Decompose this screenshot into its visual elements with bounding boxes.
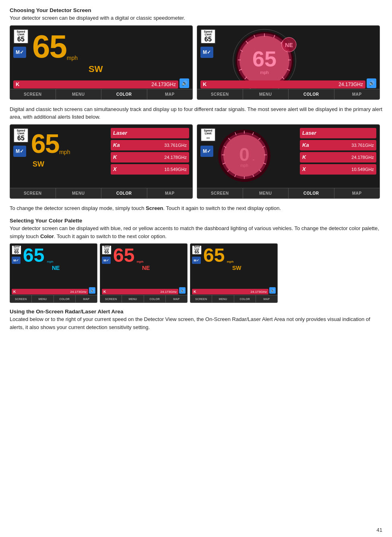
tb-screen-md[interactable]: SCREEN [10,188,56,198]
speed-cyan: 65 mph [23,246,44,265]
page-wrapper: Choosing Your Detector Screen Your detec… [10,7,382,331]
toolbar-screen-digital[interactable]: SCREEN [10,89,56,99]
signal-k-classic: K 24.178GHz [300,152,376,163]
sl-red: SpeedLimit 65 [102,245,111,255]
radar-alert-title: Using the On-Screen Radar/Laser Alert Ar… [10,309,382,315]
toolbar-screen-classic[interactable]: SCREEN [197,89,243,99]
section-touch-info: To change the detector screen display mo… [10,204,382,212]
gauge-multi-classic: 0 mph - [215,127,274,191]
stb-color-r[interactable]: COLOR [144,295,166,302]
freq-red: K 24.173GHz [102,289,178,294]
section1-subtitle: Your detector screen can be displayed wi… [10,14,382,22]
section-color-palette: Selecting Your Color Palette Your detect… [10,218,382,303]
toolbar-map-digital[interactable]: MAP [147,89,193,99]
tb-menu-mc[interactable]: MENU [243,188,289,198]
mute-cyan: 🔊 [89,287,95,294]
speed-yellow: 65 mph [203,246,225,265]
sl-cyan: SpeedLimit 65 [12,245,21,255]
sl-yellow: SpeedLimit 65 [192,245,202,255]
color-palette-para: Your detector screen can be displayed wi… [10,224,382,240]
freq-yellow: K 24.173GHz [192,289,268,294]
multi-screens-row: SpeedLimit 65 M✓ 65 mph SW Laser Ka 33.7 [10,124,382,199]
dir-yellow: SW [232,265,241,271]
classic-toolbar: SCREEN MENU COLOR MAP [197,89,380,99]
mute-icon-classic: 🔊 [367,78,376,88]
stb-menu-y[interactable]: MENU [212,295,234,302]
multi-digital-speed: 65 mph [31,130,59,157]
speed-limit-classic: SpeedLimit 65 [200,29,216,44]
svg-text:mph: mph [260,70,268,75]
toolbar-color-digital[interactable]: COLOR [101,89,147,99]
tb-map-md[interactable]: MAP [147,188,193,198]
mute-yellow: 🔊 [269,287,276,294]
dir-cyan: NE [52,265,60,271]
tb-color-mc[interactable]: COLOR [289,188,334,198]
m-checkmark-multi-classic: M✓ [200,146,213,157]
stb-screen-c[interactable]: SCREEN [10,295,32,302]
m-red: M✓ [102,257,111,264]
touch-screen-para: To change the detector screen display mo… [10,204,382,212]
signal-laser-classic: Laser [300,128,376,138]
multi-classic-screen: SpeedLimit -- M✓ [197,124,380,199]
mute-red: 🔊 [179,287,186,294]
stb-map-y[interactable]: MAP [256,295,277,302]
speed-limit-multi-digital: SpeedLimit 65 [13,128,29,143]
m-checkmark-classic: M✓ [200,47,213,58]
svg-text:mph: mph [240,163,248,168]
toolbar-map-classic[interactable]: MAP [334,89,380,99]
toolbar-menu-digital[interactable]: MENU [56,89,102,99]
svg-text:-: - [252,156,255,164]
palette-red-screen: SpeedLimit 65 M✓ 65 mph NE K 24.173GHz 🔊… [100,243,188,303]
toolbar-yellow: SCREEN MENU COLOR MAP [190,295,277,302]
page-number: 41 [377,527,382,533]
classic-screen: SpeedLimit 65 M✓ [197,25,380,100]
section-radar-alert: Using the On-Screen Radar/Laser Alert Ar… [10,309,382,331]
tb-map-mc[interactable]: MAP [334,188,380,198]
svg-text:NE: NE [285,42,293,48]
classic-freq-bar: K 24.173GHz [200,80,365,88]
digital-freq-bar: K 24.173GHz [13,80,178,88]
m-checkmark-digital: M✓ [13,47,26,58]
stb-map-r[interactable]: MAP [166,295,187,302]
tb-color-md[interactable]: COLOR [101,188,147,198]
palette-yellow-screen: SpeedLimit 65 M✓ 65 mph SW K 24.173GHz 🔊… [190,243,278,303]
digital-direction: SW [89,64,103,74]
digital-toolbar: SCREEN MENU COLOR MAP [10,89,192,99]
digital-speed-value: 65 mph [32,31,66,63]
palette-screens-row: SpeedLimit 65 M✓ 65 mph NE K 24.173GHz 🔊… [10,243,382,303]
stb-color-c[interactable]: COLOR [54,295,76,302]
signal-x-classic: X 10.549GHz [300,164,376,175]
toolbar-color-classic[interactable]: COLOR [289,89,334,99]
svg-text:65: 65 [252,47,276,71]
stb-screen-y[interactable]: SCREEN [190,295,212,302]
stb-map-c[interactable]: MAP [76,295,97,302]
signal-ka-classic: Ka 33.761GHz [300,140,376,150]
m-yellow: M✓ [192,257,201,264]
freq-cyan: K 24.173GHz [12,289,88,294]
stb-menu-r[interactable]: MENU [122,295,144,302]
section2-para: Digital and classic tech screens can sim… [10,105,382,121]
signal-k-digital: K 24.178GHz [111,152,189,163]
dir-red: NE [142,265,150,271]
svg-text:0: 0 [239,144,250,165]
section1-title: Choosing Your Detector Screen [10,7,382,13]
multi-digital-direction: SW [33,160,44,169]
digital-screen: SpeedLimit 65 M✓ 65 mph SW K 24.173GHz 🔊… [10,25,193,100]
signal-ka-digital: Ka 33.761GHz [111,140,189,150]
multi-classic-toolbar: SCREEN MENU COLOR MAP [197,188,380,198]
stb-color-y[interactable]: COLOR [234,295,256,302]
speed-limit-multi-classic: SpeedLimit -- [200,128,216,142]
toolbar-menu-classic[interactable]: MENU [243,89,289,99]
mute-icon-digital: 🔊 [179,78,189,88]
signal-list-digital: Laser Ka 33.761GHz K 24.178GHz X 10.549G… [111,128,189,175]
palette-cyan-screen: SpeedLimit 65 M✓ 65 mph NE K 24.173GHz 🔊… [10,243,97,303]
multi-digital-screen: SpeedLimit 65 M✓ 65 mph SW Laser Ka 33.7 [10,124,193,199]
top-screens-row: SpeedLimit 65 M✓ 65 mph SW K 24.173GHz 🔊… [10,25,382,100]
tb-screen-mc[interactable]: SCREEN [197,188,243,198]
stb-menu-c[interactable]: MENU [32,295,54,302]
m-cyan: M✓ [12,257,21,264]
tb-menu-md[interactable]: MENU [56,188,102,198]
toolbar-red: SCREEN MENU COLOR MAP [100,295,187,302]
speed-red: 65 mph [113,246,134,265]
stb-screen-r[interactable]: SCREEN [100,295,122,302]
